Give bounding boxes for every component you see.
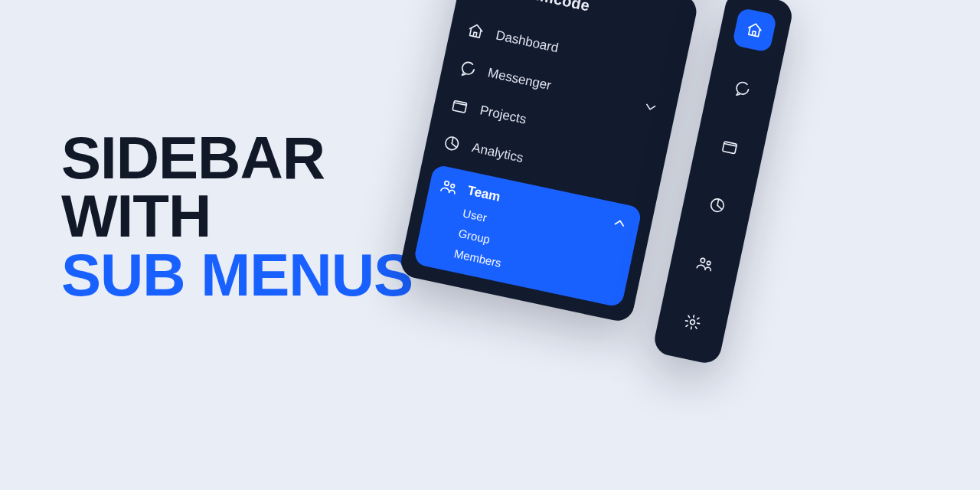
mini-item-projects[interactable] [707, 124, 753, 169]
home-icon [466, 21, 485, 41]
users-icon [695, 253, 715, 273]
headline-line-2: WITH [61, 187, 413, 245]
brand-name: Bedimcode [505, 0, 591, 15]
svg-point-7 [707, 261, 710, 265]
pie-chart-icon [442, 133, 462, 153]
mini-item-settings[interactable] [670, 299, 715, 345]
folder-icon [450, 96, 470, 116]
users-icon [439, 177, 459, 197]
svg-point-6 [701, 258, 706, 263]
headline-line-1: SIDEBAR [61, 129, 413, 187]
sidebar-item-label: Projects [479, 103, 528, 127]
sidebar-item-label: Analytics [471, 140, 525, 166]
mini-item-home[interactable] [732, 8, 777, 53]
svg-point-8 [690, 319, 695, 325]
sidebar-expanded: Bedimcode Dashboard Messenger Projects [398, 0, 699, 324]
svg-point-2 [444, 181, 449, 186]
mini-item-team[interactable] [682, 241, 727, 286]
home-icon [745, 20, 765, 40]
mini-item-analytics[interactable] [694, 183, 740, 228]
chevron-down-icon [641, 97, 661, 117]
pie-chart-icon [707, 195, 727, 215]
folder-icon [720, 137, 740, 157]
mini-item-chat[interactable] [720, 66, 765, 111]
chat-icon [732, 79, 752, 99]
chat-icon [458, 58, 478, 78]
sidebar-item-label: Messenger [486, 65, 552, 93]
svg-point-3 [451, 184, 455, 188]
sidebar-item-label: Dashboard [495, 28, 560, 56]
sidebar-item-label: Team [466, 183, 501, 205]
gear-icon [682, 312, 702, 332]
chevron-up-icon [609, 213, 629, 233]
